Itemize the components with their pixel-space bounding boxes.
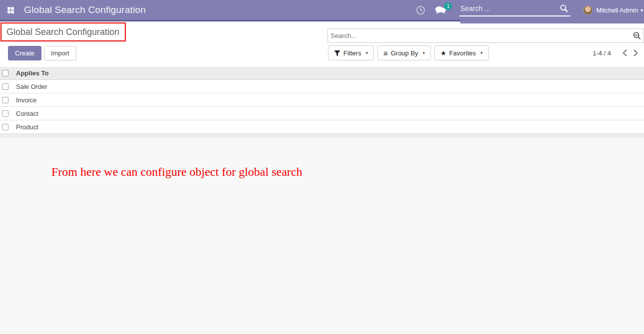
table-row[interactable]: Product (0, 120, 644, 134)
row-label: Invoice (15, 96, 36, 104)
clock-icon (416, 5, 425, 15)
row-checkbox-cell (0, 110, 15, 117)
table-row[interactable]: Invoice (0, 93, 644, 107)
user-name: Mitchell Admin (596, 6, 638, 14)
zoom-out-icon (633, 31, 641, 40)
row-label: Product (15, 123, 38, 131)
chevron-right-icon (633, 49, 639, 56)
avatar (583, 5, 593, 15)
messages-menu-button[interactable]: 1 (434, 5, 446, 15)
filter-icon (334, 50, 340, 56)
navbar-search (459, 3, 570, 16)
group-by-button[interactable]: ≡ Group By ▾ (377, 45, 431, 60)
list-view: Applies To Sale Order Invoice Contact Pr… (0, 67, 644, 134)
favorites-button[interactable]: ★ Favorites ▾ (434, 45, 489, 60)
search-view (327, 28, 644, 43)
import-button[interactable]: Import (44, 46, 76, 60)
filters-button[interactable]: Filters ▾ (328, 45, 374, 60)
row-checkbox[interactable] (2, 110, 8, 117)
row-checkbox[interactable] (2, 83, 8, 90)
search-options-button[interactable] (633, 31, 641, 40)
navbar-content: Global Search Configuration 1 (0, 0, 644, 20)
favorites-star-icon: ★ (440, 49, 446, 57)
row-checkbox[interactable] (2, 97, 8, 103)
pager-previous-button[interactable] (619, 47, 630, 58)
message-count-badge[interactable]: 1 (444, 2, 452, 10)
apps-menu-icon (7, 7, 14, 13)
apps-menu-button[interactable] (5, 4, 16, 15)
search-input[interactable] (328, 32, 633, 39)
list-header-row: Applies To (0, 67, 644, 80)
column-header-applies-to: Applies To (15, 69, 48, 77)
caret-down-icon: ▾ (480, 50, 483, 55)
favorites-label: Favorites (449, 49, 476, 57)
breadcrumb-highlight-box: Global Search Configuration (0, 22, 126, 41)
search-facets: Filters ▾ ≡ Group By ▾ ★ Favorites ▾ (328, 45, 489, 60)
table-row[interactable]: Sale Order (0, 80, 644, 93)
navbar-search-button[interactable] (560, 4, 568, 14)
row-checkbox[interactable] (2, 124, 8, 130)
row-checkbox-cell (0, 97, 15, 103)
table-row[interactable]: Contact (0, 107, 644, 120)
row-checkbox-cell (0, 83, 15, 90)
chevron-left-icon (622, 49, 628, 56)
caret-down-icon: ▾ (365, 50, 368, 55)
row-label: Contact (15, 110, 38, 117)
select-all-checkbox[interactable] (2, 70, 8, 76)
pager-count: 1-4 / 4 (593, 49, 611, 57)
row-checkbox-cell (0, 124, 15, 130)
row-label: Sale Order (15, 83, 47, 90)
group-by-label: Group By (391, 49, 418, 57)
navbar-search-input[interactable] (459, 3, 570, 16)
header-checkbox-cell (0, 70, 15, 76)
systray: 1 Mitchell Admin ▾ (416, 0, 644, 20)
activity-menu-button[interactable] (416, 5, 425, 15)
caret-down-icon: ▾ (641, 7, 643, 13)
filters-label: Filters (343, 49, 361, 57)
action-buttons: Create Import (8, 46, 76, 60)
caret-down-icon: ▾ (423, 50, 425, 55)
breadcrumb: Global Search Configuration (6, 27, 119, 37)
pager: 1-4 / 4 (593, 45, 641, 60)
table-footer-strip (0, 134, 644, 138)
create-button[interactable]: Create (8, 46, 41, 60)
search-icon (560, 4, 568, 12)
pager-next-button[interactable] (630, 47, 641, 58)
app-title: Global Search Configuration (24, 4, 146, 15)
group-by-icon: ≡ (383, 49, 388, 57)
annotation-text: From here we can configure object for gl… (51, 165, 302, 179)
user-menu[interactable]: Mitchell Admin ▾ (583, 5, 644, 15)
